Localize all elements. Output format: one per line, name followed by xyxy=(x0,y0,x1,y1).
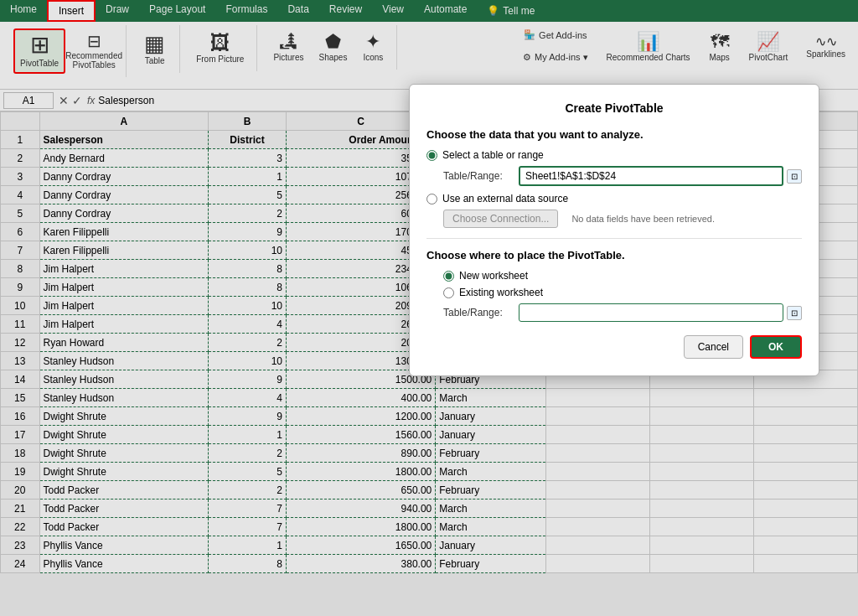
existing-worksheet-radio[interactable] xyxy=(443,287,454,298)
table-range-label: Table/Range: xyxy=(443,170,519,182)
dialog-overlay: Create PivotTable Choose the data that y… xyxy=(0,0,858,616)
external-data-radio[interactable] xyxy=(426,194,437,204)
dialog-title: Create PivotTable xyxy=(426,101,802,115)
location-range-row: Table/Range: ⊡ xyxy=(443,303,802,322)
select-table-range-row: Select a table or range xyxy=(426,149,802,161)
location-range-icon[interactable]: ⊡ xyxy=(787,306,802,320)
analyze-section-title: Choose the data that you want to analyze… xyxy=(426,128,802,141)
external-data-row: Use an external data source xyxy=(426,193,802,204)
dialog-separator xyxy=(426,238,802,239)
table-range-row: Table/Range: ⊡ xyxy=(443,166,802,186)
dialog-footer: Cancel OK xyxy=(426,335,802,359)
choose-connection-button: Choose Connection... xyxy=(443,210,558,228)
existing-worksheet-row: Existing worksheet xyxy=(443,287,802,298)
select-table-radio[interactable] xyxy=(426,150,437,161)
new-worksheet-radio[interactable] xyxy=(443,271,454,282)
new-worksheet-label: New worksheet xyxy=(459,270,528,282)
place-section-title: Choose where to place the PivotTable. xyxy=(426,249,802,261)
create-pivottable-dialog: Create PivotTable Choose the data that y… xyxy=(409,84,819,376)
range-selector-icon[interactable]: ⊡ xyxy=(787,169,802,184)
select-table-label: Select a table or range xyxy=(442,149,544,161)
location-input[interactable] xyxy=(519,303,783,322)
no-data-text: No data fields have been retrieved. xyxy=(571,214,715,224)
new-worksheet-row: New worksheet xyxy=(443,270,802,282)
existing-worksheet-label: Existing worksheet xyxy=(459,287,543,298)
location-label: Table/Range: xyxy=(443,307,519,318)
external-connection-row: Choose Connection... No data fields have… xyxy=(443,210,802,228)
external-data-label: Use an external data source xyxy=(442,193,568,204)
cancel-button[interactable]: Cancel xyxy=(684,335,743,359)
table-range-input[interactable] xyxy=(519,166,783,186)
ok-button[interactable]: OK xyxy=(750,335,802,359)
